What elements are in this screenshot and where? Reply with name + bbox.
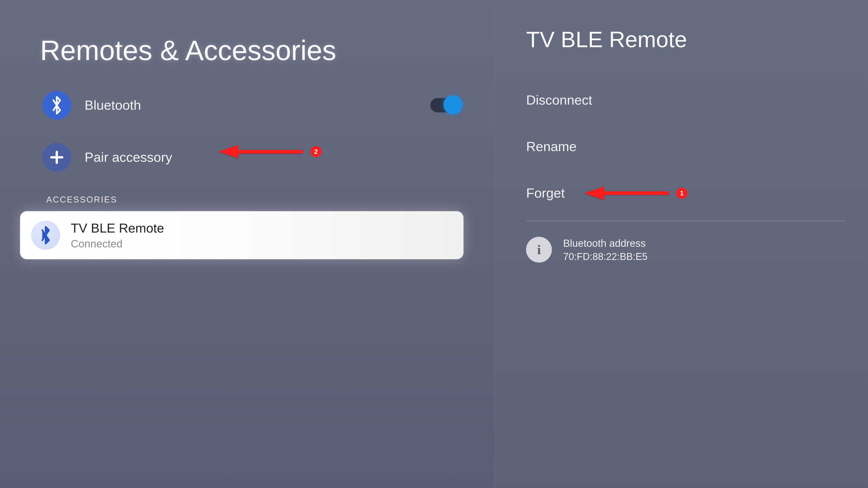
pair-accessory-label: Pair accessory xyxy=(85,150,172,165)
bluetooth-address-row: i Bluetooth address 70:FD:88:22:BB:E5 xyxy=(517,228,846,271)
info-icon: i xyxy=(526,237,552,263)
bluetooth-row[interactable]: Bluetooth xyxy=(0,83,495,127)
device-detail-panel: TV BLE Remote Disconnect Rename Forget 1… xyxy=(495,0,868,488)
pair-accessory-row[interactable]: Pair accessory 2 xyxy=(0,127,495,180)
svg-marker-3 xyxy=(584,187,604,200)
forget-label: Forget xyxy=(526,186,564,200)
annotation-badge-2: 2 xyxy=(310,146,321,157)
bluetooth-address-label: Bluetooth address xyxy=(563,237,647,249)
toggle-knob xyxy=(443,95,463,115)
annotation-arrow-1: 1 xyxy=(584,184,687,202)
device-status: Connected xyxy=(71,238,164,250)
rename-option[interactable]: Rename xyxy=(517,123,846,170)
bluetooth-icon xyxy=(42,91,71,120)
accessories-section-label: ACCESSORIES xyxy=(0,180,495,211)
device-name: TV BLE Remote xyxy=(71,221,164,235)
disconnect-option[interactable]: Disconnect xyxy=(517,77,846,123)
bluetooth-icon xyxy=(31,221,60,250)
device-card-tv-ble-remote[interactable]: TV BLE Remote Connected xyxy=(20,211,464,259)
device-detail-title: TV BLE Remote xyxy=(517,27,846,52)
divider xyxy=(526,221,846,221)
remotes-accessories-panel: Remotes & Accessories Bluetooth Pair acc… xyxy=(0,0,495,488)
annotation-arrow-2: 2 xyxy=(218,143,321,160)
settings-screen: Remotes & Accessories Bluetooth Pair acc… xyxy=(0,0,868,488)
svg-marker-1 xyxy=(218,145,238,158)
bluetooth-label: Bluetooth xyxy=(85,97,141,113)
bluetooth-address-value: 70:FD:88:22:BB:E5 xyxy=(563,251,647,262)
annotation-badge-1: 1 xyxy=(676,188,687,199)
plus-icon xyxy=(42,143,71,172)
page-title: Remotes & Accessories xyxy=(0,33,495,83)
bluetooth-toggle[interactable] xyxy=(430,98,461,112)
forget-option[interactable]: Forget 1 xyxy=(517,170,846,216)
